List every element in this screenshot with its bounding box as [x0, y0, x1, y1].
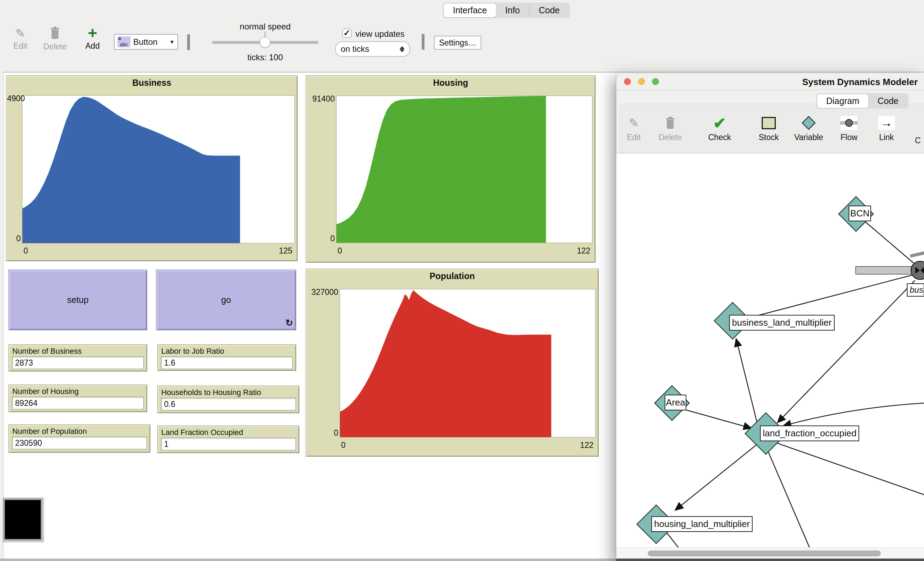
monitor-land-fraction-occupied: Land Fraction Occupied 1	[158, 425, 299, 453]
sdm-flow-button[interactable]: Flow	[833, 114, 865, 142]
sdm-horizontal-scrollbar[interactable]	[616, 548, 924, 558]
view-updates-label: view updates	[356, 29, 405, 39]
settings-button[interactable]: Settings…	[434, 36, 481, 50]
sdm-check-label: Check	[704, 133, 735, 142]
pencil-icon: ✎	[629, 116, 639, 130]
x-max-label: 122	[580, 441, 594, 450]
monitor-label: Land Fraction Occupied	[161, 428, 243, 437]
link-arrow-icon: →	[878, 116, 895, 130]
main-tab-bar: Interface Info Code	[443, 3, 570, 18]
plot-area-housing	[336, 96, 592, 243]
y-min-label: 0	[308, 234, 335, 243]
add-button[interactable]: + Add	[80, 26, 105, 51]
view-updates-checkbox[interactable]: ✓	[342, 28, 352, 38]
plot-area-population	[340, 289, 596, 437]
monitor-number-of-population: Number of Population 230590	[8, 425, 150, 453]
bcn-node-label[interactable]: BCN	[849, 206, 871, 221]
setup-button-label: setup	[67, 295, 88, 305]
minimize-icon[interactable]	[638, 78, 645, 85]
plus-icon: +	[80, 26, 105, 40]
y-min-label: 0	[308, 428, 338, 438]
sdm-link-label: Link	[871, 133, 902, 142]
sdm-delete-label: Delete	[654, 133, 686, 142]
monitor-labor-to-job-ratio: Labor to Job Ratio 1.6	[158, 344, 296, 371]
sdm-delete-button[interactable]: Delete	[654, 114, 686, 142]
sdm-tab-diagram[interactable]: Diagram	[817, 94, 868, 108]
x-min-label: 0	[24, 246, 28, 256]
plot-title: Population	[306, 271, 598, 281]
housing-land-multiplier-label[interactable]: housing_land_multiplier	[651, 516, 753, 532]
world-view	[2, 497, 44, 542]
trash-icon	[666, 117, 675, 129]
stock-icon	[762, 117, 776, 129]
plot-title: Housing	[306, 78, 595, 88]
monitor-label: Number of Population	[12, 427, 87, 436]
tab-code[interactable]: Code	[530, 3, 569, 17]
edit-button[interactable]: ✎ Edit	[8, 27, 33, 51]
sdm-edit-button[interactable]: ✎ Edit	[618, 114, 650, 142]
monitor-label: Number of Housing	[12, 387, 79, 396]
sdm-diagram-canvas[interactable]: BCN business_land_multiplier Area land_f…	[616, 153, 924, 548]
flow-node-label-partial[interactable]: busi	[907, 283, 924, 296]
sdm-window-bottom-edge	[616, 558, 924, 561]
sdm-check-button[interactable]: ✔ Check	[704, 114, 735, 142]
trash-icon	[51, 27, 60, 39]
y-max-label: 327000	[308, 287, 338, 297]
speed-slider-thumb[interactable]	[260, 37, 270, 48]
y-max-label: 91400	[308, 94, 335, 104]
area-node-label[interactable]: Area	[664, 395, 686, 410]
zoom-icon[interactable]	[652, 78, 659, 85]
check-icon: ✔	[713, 114, 726, 132]
sdm-stock-button[interactable]: Stock	[753, 114, 784, 142]
sdm-link-button[interactable]: → Link	[871, 114, 902, 142]
pencil-icon: ✎	[8, 27, 33, 40]
update-mode-dropdown[interactable]: on ticks	[335, 41, 410, 57]
variable-icon	[802, 116, 816, 130]
sdm-tab-code[interactable]: Code	[868, 94, 908, 108]
monitor-value: 1.6	[161, 356, 293, 369]
setup-button[interactable]: setup	[8, 270, 147, 330]
tab-interface[interactable]: Interface	[444, 3, 496, 17]
delete-label: Delete	[39, 42, 71, 51]
sdm-stock-label: Stock	[753, 133, 784, 142]
plot-population: Population 327000 0 0 122	[306, 269, 599, 457]
toolbar-separator	[187, 34, 190, 50]
go-button-label: go	[221, 295, 231, 305]
plot-housing: Housing 91400 0 0 122	[306, 75, 596, 263]
go-button[interactable]: go ↻	[156, 270, 296, 330]
y-max-label: 4900	[7, 94, 21, 103]
close-icon[interactable]	[624, 78, 631, 85]
chevron-updown-icon	[400, 46, 405, 52]
y-min-label: 0	[7, 234, 21, 243]
chevron-down-icon: ▼	[169, 39, 175, 45]
x-max-label: 125	[279, 246, 292, 256]
monitor-value: 89264	[12, 397, 144, 409]
monitor-number-of-business: Number of Business 2873	[8, 344, 147, 371]
x-min-label: 0	[338, 246, 342, 256]
sdm-scrollbar-thumb[interactable]	[648, 551, 881, 557]
monitor-label: Labor to Job Ratio	[161, 347, 224, 356]
update-mode-value: on ticks	[341, 44, 400, 54]
widget-type-dropdown[interactable]: abc Button ▼	[114, 34, 178, 50]
monitor-value: 230590	[12, 437, 147, 449]
sdm-tab-bar: Diagram Code	[816, 93, 909, 109]
ticks-counter: ticks: 100	[221, 52, 309, 62]
sdm-titlebar[interactable]: System Dynamics Modeler	[616, 73, 924, 90]
land-fraction-occupied-label[interactable]: land_fraction_occupied	[760, 425, 859, 441]
sdm-window: System Dynamics Modeler Diagram Code ✎ E…	[616, 73, 924, 561]
sdm-partial-toolbar-label: C	[915, 136, 921, 145]
widget-type-value: Button	[133, 37, 166, 47]
business-land-multiplier-label[interactable]: business_land_multiplier	[729, 315, 835, 331]
monitor-number-of-housing: Number of Housing 89264	[8, 384, 147, 412]
tab-info[interactable]: Info	[496, 3, 529, 17]
sdm-variable-label: Variable	[793, 133, 825, 142]
flow-icon	[841, 116, 857, 130]
plot-area-business	[22, 95, 295, 243]
sdm-variable-button[interactable]: Variable	[793, 114, 825, 142]
delete-button[interactable]: Delete	[39, 27, 71, 51]
speed-label: normal speed	[212, 22, 318, 31]
x-min-label: 0	[341, 441, 346, 450]
monitor-label: Households to Housing Ratio	[161, 388, 261, 397]
forever-icon: ↻	[285, 318, 293, 329]
cloud-fragment	[910, 251, 924, 258]
